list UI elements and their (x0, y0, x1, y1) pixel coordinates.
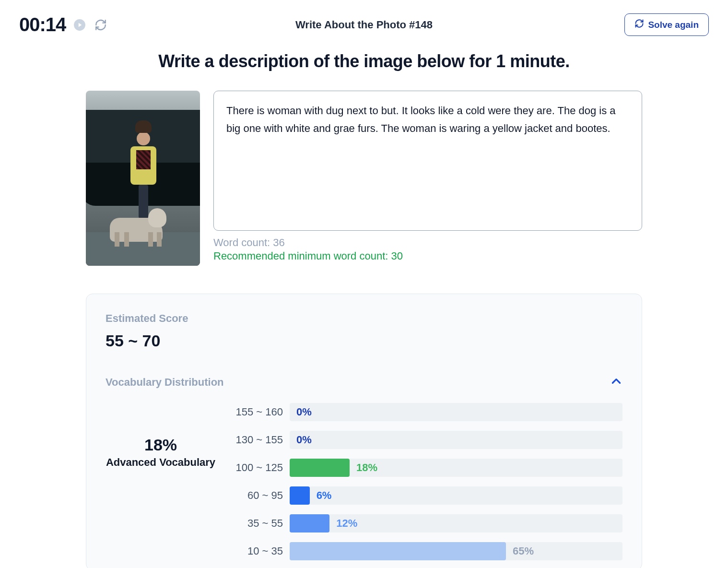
vocab-bar-row: 60 ~ 956% (225, 486, 622, 505)
vocab-title: Vocabulary Distribution (106, 376, 224, 389)
solve-again-label: Solve again (648, 20, 699, 30)
vocab-bar-label: 10 ~ 35 (225, 545, 283, 557)
score-panel: Estimated Score 55 ~ 70 Vocabulary Distr… (86, 294, 642, 568)
vocab-bars: 155 ~ 1600%130 ~ 1550%100 ~ 12518%60 ~ 9… (225, 403, 622, 568)
vocab-bar-row: 100 ~ 12518% (225, 459, 622, 477)
instruction: Write a description of the image below f… (19, 51, 709, 71)
vocab-bar-track: 18% (290, 459, 622, 477)
vocab-bar-label: 35 ~ 55 (225, 517, 283, 530)
timer: 00:14 (19, 14, 66, 36)
vocab-bar-row: 10 ~ 3565% (225, 542, 622, 560)
vocab-body: 18% Advanced Vocabulary 155 ~ 1600%130 ~… (106, 403, 622, 568)
chevron-up-icon[interactable] (610, 375, 622, 390)
vocab-bar-track: 6% (290, 486, 622, 505)
solve-again-button[interactable]: Solve again (624, 13, 709, 36)
page-title: Write About the Photo #148 (295, 19, 433, 31)
topbar-left: 00:14 (19, 14, 108, 36)
vocab-bar-label: 155 ~ 160 (225, 406, 283, 418)
vocab-bar-label: 60 ~ 95 (225, 489, 283, 502)
vocab-bar-value: 0% (296, 434, 312, 446)
vocab-bar-value: 65% (513, 545, 534, 557)
vocab-bar-value: 0% (296, 406, 312, 418)
estimated-score-label: Estimated Score (106, 312, 622, 325)
vocab-bar-track: 12% (290, 514, 622, 532)
word-count: Word count: 36 (213, 237, 642, 249)
vocab-bar-value: 6% (317, 489, 332, 502)
vocab-bar-track: 0% (290, 403, 622, 421)
main-content: There is woman with dug next to but. It … (86, 91, 642, 568)
vocab-bar-value: 12% (336, 517, 357, 530)
prompt-row: There is woman with dug next to but. It … (86, 91, 642, 266)
prompt-photo (86, 91, 200, 266)
estimated-score-value: 55 ~ 70 (106, 331, 622, 350)
counts: Word count: 36 Recommended minimum word … (213, 237, 642, 262)
vocab-bar-track: 65% (290, 542, 622, 560)
vocab-bar-row: 155 ~ 1600% (225, 403, 622, 421)
recommended-word-count: Recommended minimum word count: 30 (213, 250, 642, 262)
vocab-bar-value: 18% (356, 462, 377, 474)
vocab-bar-row: 35 ~ 5512% (225, 514, 622, 532)
vocab-bar-label: 130 ~ 155 (225, 434, 283, 446)
vocab-bar-row: 130 ~ 1550% (225, 431, 622, 449)
answer-column: There is woman with dug next to but. It … (213, 91, 642, 262)
advanced-vocab-label: Advanced Vocabulary (106, 456, 216, 469)
answer-textarea[interactable]: There is woman with dug next to but. It … (213, 91, 642, 231)
vocab-bar-fill (290, 486, 310, 505)
advanced-vocab-percent: 18% (106, 436, 216, 454)
vocab-bar-fill (290, 514, 329, 532)
vocab-bar-fill (290, 542, 506, 560)
vocab-bar-fill (290, 459, 350, 477)
vocab-bar-label: 100 ~ 125 (225, 462, 283, 474)
vocab-summary: 18% Advanced Vocabulary (106, 403, 216, 568)
refresh-icon[interactable] (94, 18, 108, 32)
vocab-header[interactable]: Vocabulary Distribution (106, 375, 622, 390)
vocab-bar-track: 0% (290, 431, 622, 449)
refresh-icon (634, 19, 644, 31)
play-icon[interactable] (72, 18, 87, 32)
topbar: 00:14 Write About the Photo #148 Solve a… (19, 10, 709, 47)
